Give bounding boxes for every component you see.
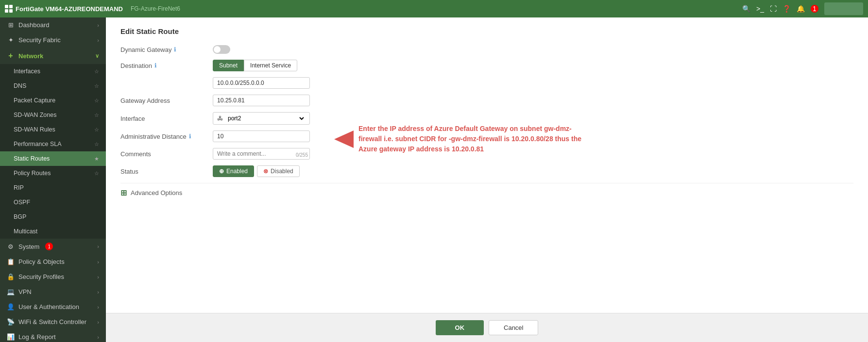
gateway-address-input[interactable] bbox=[213, 95, 310, 106]
star-icon[interactable]: ★ bbox=[94, 156, 99, 162]
sidebar-item-policy-routes[interactable]: Policy Routes ☆ bbox=[0, 166, 106, 180]
sidebar-network-submenu: Interfaces ☆ DNS ☆ Packet Capture ☆ SD-W… bbox=[0, 64, 106, 239]
gateway-address-label: Gateway Address bbox=[120, 97, 208, 104]
sidebar-item-rip[interactable]: RIP bbox=[0, 180, 106, 195]
sidebar-item-multicast[interactable]: Multicast bbox=[0, 224, 106, 239]
destination-value-row bbox=[120, 77, 853, 89]
sidebar-item-wifi[interactable]: 📡 WiFi & Switch Controller › bbox=[0, 314, 106, 329]
sidebar-item-log-report[interactable]: 📊 Log & Report › bbox=[0, 329, 106, 342]
sidebar-label-wifi: WiFi & Switch Controller bbox=[18, 318, 86, 326]
terminal-icon[interactable]: >_ bbox=[756, 5, 764, 13]
sidebar-label-dns: DNS bbox=[14, 82, 26, 89]
comments-label: Comments bbox=[120, 150, 208, 158]
cancel-button[interactable]: Cancel bbox=[489, 320, 538, 335]
star-icon[interactable]: ☆ bbox=[94, 98, 99, 104]
internet-service-button[interactable]: Internet Service bbox=[244, 60, 297, 71]
sidebar-label-security-profiles: Security Profiles bbox=[18, 273, 64, 280]
sidebar-item-security-fabric[interactable]: ✦ Security Fabric › bbox=[0, 33, 106, 48]
sidebar: ⊞ Dashboard › ✦ Security Fabric › + Netw… bbox=[0, 17, 106, 342]
comments-input-wrap: 0/255 bbox=[213, 148, 310, 160]
topbar: FortiGate VM64-AZUREONDEMAND FG-Azure-Fi… bbox=[0, 0, 868, 17]
sidebar-label-network: Network bbox=[18, 52, 43, 60]
x-icon: ⊗ bbox=[263, 168, 268, 175]
sidebar-item-vpn[interactable]: 💻 VPN › bbox=[0, 284, 106, 299]
sidebar-item-sdwan-zones[interactable]: SD-WAN Zones ☆ bbox=[0, 108, 106, 122]
system-icon: ⚙ bbox=[7, 243, 15, 250]
sidebar-item-dns[interactable]: DNS ☆ bbox=[0, 79, 106, 93]
vpn-icon: 💻 bbox=[7, 288, 15, 295]
chevron-icon: › bbox=[97, 319, 99, 325]
sidebar-label-security-fabric: Security Fabric bbox=[18, 36, 61, 44]
admin-distance-input[interactable] bbox=[213, 130, 310, 142]
sidebar-item-performance-sla[interactable]: Performance SLA ☆ bbox=[0, 137, 106, 151]
device-name: FG-Azure-FireNet6 bbox=[131, 5, 180, 12]
admin-distance-info-icon[interactable]: ℹ bbox=[189, 133, 191, 140]
admin-distance-label: Administrative Distance ℹ bbox=[120, 133, 208, 140]
log-icon: 📊 bbox=[7, 333, 15, 341]
sidebar-item-packet-capture[interactable]: Packet Capture ☆ bbox=[0, 93, 106, 108]
dynamic-gateway-toggle[interactable] bbox=[213, 45, 230, 54]
sidebar-label-ospf: OSPF bbox=[14, 199, 30, 206]
sidebar-item-user-auth[interactable]: 👤 User & Authentication › bbox=[0, 299, 106, 314]
comment-counter: 0/255 bbox=[296, 152, 308, 158]
disabled-button[interactable]: ⊗ Disabled bbox=[257, 165, 300, 177]
expand-icon[interactable]: ⛶ bbox=[770, 5, 777, 13]
user-button[interactable] bbox=[824, 2, 863, 15]
interface-select[interactable]: 🖧 port2 bbox=[213, 112, 310, 125]
system-badge: 1 bbox=[45, 243, 53, 250]
sidebar-item-policy-objects[interactable]: 📋 Policy & Objects › bbox=[0, 254, 106, 269]
star-icon[interactable]: ☆ bbox=[94, 68, 99, 75]
star-icon[interactable]: ☆ bbox=[94, 141, 99, 147]
advanced-options-row[interactable]: ⊞ Advanced Options bbox=[120, 183, 853, 202]
chevron-icon: › bbox=[97, 274, 99, 280]
chevron-icon: › bbox=[97, 37, 99, 43]
policy-icon: 📋 bbox=[7, 258, 15, 265]
main-content: Edit Static Route Dynamic Gateway ℹ Dest… bbox=[106, 17, 868, 342]
sidebar-item-ospf[interactable]: OSPF bbox=[0, 195, 106, 210]
star-icon[interactable]: ☆ bbox=[94, 112, 99, 118]
gateway-address-row: Gateway Address Enter the IP address of … bbox=[120, 95, 853, 106]
form-title: Edit Static Route bbox=[120, 27, 853, 35]
security-fabric-icon: ✦ bbox=[7, 36, 15, 44]
star-icon[interactable]: ☆ bbox=[94, 170, 99, 177]
network-icon: + bbox=[7, 51, 15, 60]
subnet-button[interactable]: Subnet bbox=[213, 60, 244, 71]
sidebar-label-performance-sla: Performance SLA bbox=[14, 141, 62, 147]
interface-dropdown[interactable]: port2 bbox=[226, 114, 306, 122]
star-icon[interactable]: ☆ bbox=[94, 127, 99, 133]
sidebar-item-system[interactable]: ⚙ System 1 › bbox=[0, 239, 106, 254]
chevron-icon: › bbox=[97, 244, 99, 249]
interface-icon: 🖧 bbox=[217, 115, 223, 122]
chevron-icon: › bbox=[97, 259, 99, 265]
help-icon[interactable]: ❓ bbox=[783, 5, 791, 13]
ok-button[interactable]: OK bbox=[436, 320, 484, 335]
dynamic-gateway-row: Dynamic Gateway ℹ bbox=[120, 45, 853, 54]
sidebar-label-sdwan-rules: SD-WAN Rules bbox=[14, 126, 55, 133]
status-buttons: ⊕ Enabled ⊗ Disabled bbox=[213, 165, 300, 177]
bell-icon[interactable]: 🔔 bbox=[797, 5, 805, 13]
sidebar-item-static-routes[interactable]: Static Routes ★ bbox=[0, 151, 106, 166]
sidebar-label-dashboard: Dashboard bbox=[18, 21, 50, 29]
sidebar-item-security-profiles[interactable]: 🔒 Security Profiles › bbox=[0, 269, 106, 284]
destination-value-input[interactable] bbox=[213, 77, 310, 89]
search-icon[interactable]: 🔍 bbox=[742, 5, 750, 13]
sidebar-item-interfaces[interactable]: Interfaces ☆ bbox=[0, 64, 106, 79]
interface-row: Interface 🖧 port2 bbox=[120, 112, 853, 125]
sidebar-item-network[interactable]: + Network ∨ bbox=[0, 48, 106, 64]
layout: ⊞ Dashboard › ✦ Security Fabric › + Netw… bbox=[0, 17, 868, 342]
status-row: Status ⊕ Enabled ⊗ Disabled bbox=[120, 165, 853, 177]
dynamic-gateway-label: Dynamic Gateway ℹ bbox=[120, 46, 208, 53]
destination-info-icon[interactable]: ℹ bbox=[154, 62, 157, 69]
enabled-button[interactable]: ⊕ Enabled bbox=[213, 165, 254, 177]
dynamic-gateway-info-icon[interactable]: ℹ bbox=[174, 46, 176, 53]
notification-badge: 1 bbox=[811, 5, 818, 13]
star-icon[interactable]: ☆ bbox=[94, 83, 99, 89]
sidebar-label-static-routes: Static Routes bbox=[14, 155, 50, 162]
sidebar-label-packet-capture: Packet Capture bbox=[14, 97, 55, 104]
interface-label: Interface bbox=[120, 115, 208, 122]
sidebar-item-dashboard[interactable]: ⊞ Dashboard › bbox=[0, 17, 106, 33]
logo: FortiGate VM64-AZUREONDEMAND bbox=[5, 5, 123, 13]
topbar-right: 🔍 >_ ⛶ ❓ 🔔 1 bbox=[742, 2, 863, 15]
sidebar-item-bgp[interactable]: BGP bbox=[0, 210, 106, 224]
sidebar-item-sdwan-rules[interactable]: SD-WAN Rules ☆ bbox=[0, 122, 106, 137]
